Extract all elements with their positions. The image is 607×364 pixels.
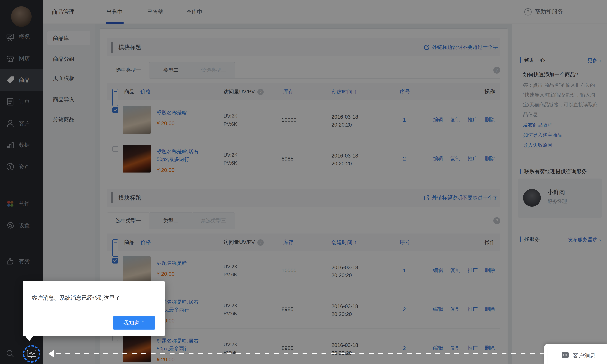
- customer-message-launcher[interactable]: 客户消息: [544, 344, 607, 364]
- chat-dots-icon: [561, 352, 569, 359]
- guide-arrow-icon: [48, 350, 54, 358]
- popup-message: 客户消息、系统消息已经移到这里了。: [32, 294, 126, 302]
- guide-dashed-line: [56, 353, 544, 354]
- message-icon-spotlight[interactable]: [23, 345, 40, 363]
- customer-message-label: 客户消息: [573, 352, 595, 359]
- message-pulse-icon: [26, 349, 37, 358]
- customer-message-inner: 客户消息: [548, 347, 607, 364]
- onboarding-popup: 客户消息、系统消息已经移到这里了。 我知道了: [23, 281, 165, 336]
- got-it-button[interactable]: 我知道了: [113, 316, 155, 330]
- popup-tail: [25, 336, 33, 341]
